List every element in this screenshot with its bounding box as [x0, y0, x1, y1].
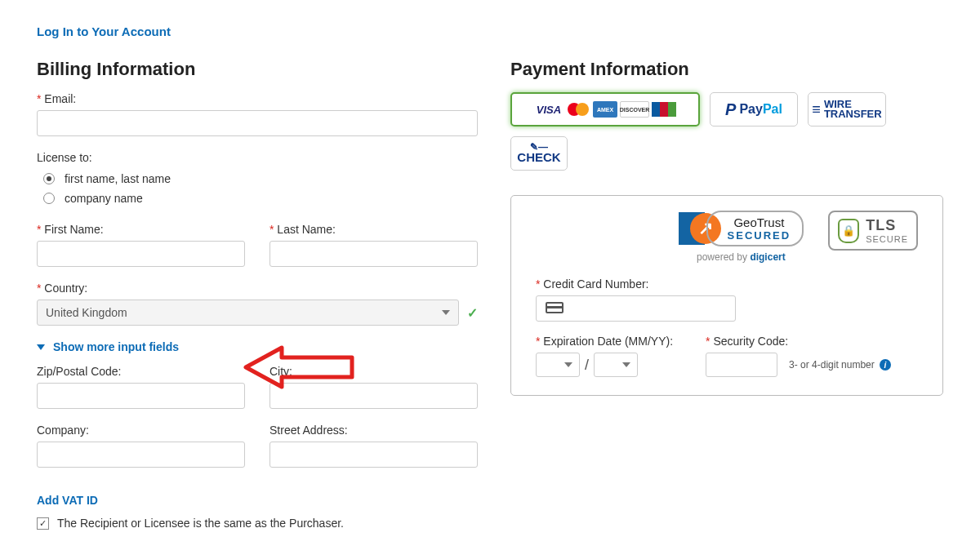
visa-icon: VISA: [534, 101, 564, 118]
sec-code-input[interactable]: [706, 353, 777, 377]
zip-label: Zip/Postal Code:: [37, 365, 245, 378]
paypal-label-1: Pay: [739, 102, 762, 117]
payment-option-wire[interactable]: ≡ WIRE TRANSFER: [808, 92, 886, 126]
radio-icon: [43, 193, 55, 204]
payment-heading: Payment Information: [510, 59, 943, 80]
add-vat-link[interactable]: Add VAT ID: [37, 494, 98, 507]
annotation-arrow-icon: [243, 341, 357, 393]
check-label: CHECK: [517, 150, 560, 164]
license-to-label: License to:: [37, 151, 478, 164]
sec-code-hint: 3- or 4-digit number: [789, 359, 875, 371]
chevron-down-icon: [622, 362, 630, 367]
email-label: * Email:: [37, 92, 478, 105]
payment-option-paypal[interactable]: P PayPal: [710, 92, 798, 126]
last-name-input[interactable]: [270, 241, 478, 267]
exp-month-select[interactable]: [536, 353, 580, 377]
checkmark-icon: ✓: [467, 305, 478, 321]
last-name-label: * Last Name:: [270, 223, 478, 236]
cc-number-input[interactable]: [536, 295, 736, 322]
paypal-icon: P: [725, 100, 736, 119]
check-icon: ✎—: [517, 144, 560, 150]
first-name-label: * First Name:: [37, 223, 245, 236]
info-icon[interactable]: i: [880, 359, 891, 371]
geotrust-badge: ↗ GeoTrust SECURED powered by digicert: [679, 211, 804, 263]
exp-year-select[interactable]: [594, 353, 638, 377]
tls-badge: 🔒 TLS SECURE: [828, 211, 918, 251]
chevron-down-icon: [442, 310, 450, 315]
discover-icon: DISCOVER: [620, 101, 649, 118]
exp-label: * Expiration Date (MM/YY):: [536, 335, 673, 348]
payment-panel: ↗ GeoTrust SECURED powered by digicert 🔒…: [510, 195, 943, 396]
exp-slash: /: [585, 357, 589, 374]
license-radio-company-label: company name: [65, 192, 143, 205]
street-label: Street Address:: [270, 424, 478, 437]
company-input[interactable]: [37, 442, 245, 468]
wire-label-2: TRANSFER: [824, 109, 882, 119]
radio-icon: [43, 173, 55, 184]
sec-code-label: * Security Code:: [706, 335, 891, 348]
paypal-label-2: Pal: [763, 102, 782, 117]
show-more-label: Show more input fields: [53, 340, 179, 353]
same-as-purchaser-checkbox[interactable]: ✓: [37, 517, 49, 530]
cc-number-label: * Credit Card Number:: [536, 277, 918, 291]
same-as-purchaser-label: The Recipient or Licensee is the same as…: [57, 517, 344, 530]
wire-icon: ≡: [812, 101, 821, 118]
jcb-icon: [652, 101, 676, 118]
email-input[interactable]: [37, 110, 478, 136]
amex-icon: AMEX: [593, 101, 617, 118]
first-name-input[interactable]: [37, 241, 245, 267]
lock-icon: 🔒: [838, 219, 859, 243]
payment-option-check[interactable]: ✎— CHECK: [510, 136, 568, 171]
chevron-down-icon: [564, 362, 572, 367]
login-link[interactable]: Log In to Your Account: [37, 24, 171, 38]
chevron-down-icon: [37, 344, 45, 350]
billing-heading: Billing Information: [37, 59, 478, 80]
zip-input[interactable]: [37, 383, 245, 409]
country-label: * Country:: [37, 282, 478, 295]
license-radio-company[interactable]: company name: [37, 189, 478, 208]
country-select[interactable]: United Kingdom: [37, 300, 459, 326]
payment-option-cards[interactable]: VISA AMEX DISCOVER: [510, 92, 700, 126]
license-radio-person[interactable]: first name, last name: [37, 169, 478, 189]
street-input[interactable]: [270, 442, 478, 468]
company-label: Company:: [37, 424, 245, 437]
mastercard-icon: [566, 101, 590, 118]
license-radio-person-label: first name, last name: [65, 172, 171, 185]
country-value: United Kingdom: [46, 306, 127, 319]
credit-card-icon: [546, 302, 564, 313]
